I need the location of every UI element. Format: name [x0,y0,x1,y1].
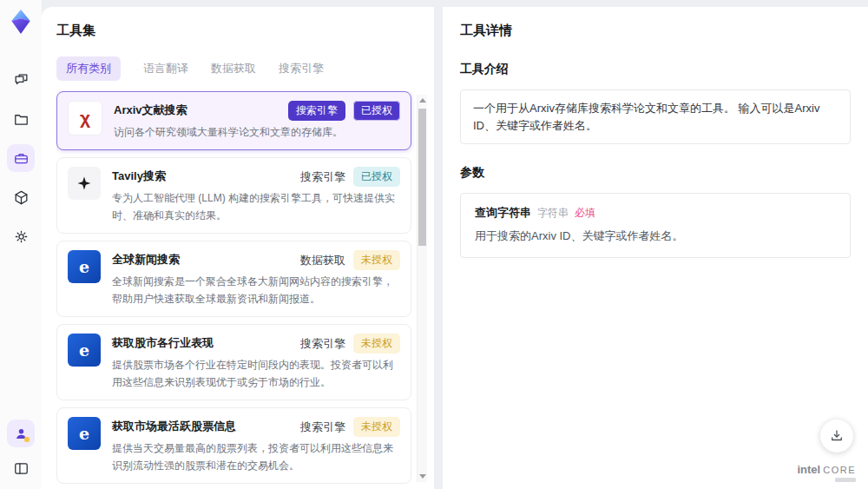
tool-list-pane: 工具集 所有类别 语言翻译 数据获取 搜索引擎 χ Arxiv文献搜索 [42,7,434,489]
tool-description: 提供股票市场各个行业在特定时间段内的表现。投资者可以利用这些信息来识别表现优于或… [112,357,400,391]
tab-search-engine[interactable]: 搜索引擎 [279,56,324,81]
tool-list: χ Arxiv文献搜索 搜索引擎 已授权 访问各个研究领域大量科学论文和文章的存… [56,91,427,489]
auth-status-badge: 已授权 [353,101,400,121]
list-scrollbar[interactable] [417,95,427,482]
arxiv-logo-icon: χ [68,101,102,135]
category-tabs: 所有类别 语言翻译 数据获取 搜索引擎 [56,56,427,81]
icon-sidebar [0,0,42,489]
news-app-icon: e [68,250,101,283]
auth-status-badge: 未授权 [353,417,400,437]
intro-box: 一个用于从Arxiv存储库搜索科学论文和文章的工具。 输入可以是Arxiv ID… [460,89,851,144]
account-badge [24,437,30,442]
chat-icon [13,72,30,89]
params-heading: 参数 [460,165,851,181]
sidebar-item-chat[interactable] [7,66,35,94]
detail-title: 工具详情 [460,23,851,39]
scrollbar-down-arrow-icon[interactable] [419,474,426,479]
brand-underline [835,478,856,482]
sidebar-item-tools[interactable] [7,144,35,172]
sidebar-item-settings[interactable] [7,222,35,250]
param-required-badge: 必填 [575,206,595,221]
page-title: 工具集 [56,23,427,39]
tool-card-global-news[interactable]: e 全球新闻搜索 数据获取 未授权 全球新闻搜索是一个聚合全球各大新闻网站内容的… [56,241,411,317]
tool-title: 获取市场最活跃股票信息 [112,417,236,434]
sidebar-item-collapse[interactable] [7,454,35,482]
sidebar-item-plugins[interactable] [7,183,35,211]
scrollbar-thumb[interactable] [418,109,426,246]
category-badge: 搜索引擎 [288,101,345,121]
brand-core-label: core [823,465,856,475]
auth-status-badge: 已授权 [353,167,400,187]
auth-status-badge: 未授权 [353,334,400,354]
folder-icon [13,111,30,128]
tool-description: 专为人工智能代理 (LLM) 构建的搜索引擎工具，可快速提供实时、准确和真实的结… [112,190,400,224]
param-description: 用于搜索的Arxiv ID、关键字或作者姓名。 [475,228,836,244]
download-icon [829,428,845,444]
tool-description: 全球新闻搜索是一个聚合全球各大新闻网站内容的搜索引擎，帮助用户快速获取全球最新资… [112,274,400,307]
scrollbar-up-arrow-icon[interactable] [419,98,426,102]
stock-app-icon: e [68,417,101,450]
sidebar-item-account[interactable] [7,420,35,447]
param-name: 查询字符串 [475,205,531,221]
cube-icon [13,189,30,206]
param-type: 字符串 [537,206,569,221]
download-button[interactable] [820,420,853,453]
stock-app-icon: e [68,334,101,367]
tavily-star-icon [68,167,101,200]
tool-title: 全球新闻搜索 [112,250,180,268]
category-label: 数据获取 [300,253,345,268]
brand-intel-label: intel [797,463,820,476]
intro-heading: 工具介绍 [460,62,851,77]
app-root: 工具集 所有类别 语言翻译 数据获取 搜索引擎 χ Arxiv文献搜索 [0,0,868,489]
intel-core-logo: intel core [797,463,856,482]
app-logo-icon [8,9,34,35]
category-label: 搜索引擎 [300,336,345,352]
tool-title: Arxiv文献搜索 [114,101,187,118]
panel-toggle-icon [13,460,30,477]
tool-description: 提供当天交易量最高的股票列表，投资者可以利用这些信息来识别流动性强的股票和潜在的… [112,440,400,474]
sidebar-item-files[interactable] [7,105,35,133]
tab-data-fetch[interactable]: 数据获取 [211,56,256,81]
content-stage: 工具集 所有类别 语言翻译 数据获取 搜索引擎 χ Arxiv文献搜索 [42,0,868,489]
pane-divider [434,7,443,489]
tool-card-sector-performance[interactable]: e 获取股市各行业表现 搜索引擎 未授权 提供股票市场各个行业在特定时间段内的表… [56,324,411,400]
tool-card-tavily[interactable]: Tavily搜索 搜索引擎 已授权 专为人工智能代理 (LLM) 构建的搜索引擎… [56,157,411,234]
param-box: 查询字符串 字符串 必填 用于搜索的Arxiv ID、关键字或作者姓名。 [460,193,851,258]
tool-detail-pane: 工具详情 工具介绍 一个用于从Arxiv存储库搜索科学论文和文章的工具。 输入可… [443,7,868,489]
tab-all-categories[interactable]: 所有类别 [56,56,121,81]
tool-title: Tavily搜索 [112,167,166,184]
tab-translation[interactable]: 语言翻译 [143,56,188,81]
category-label: 搜索引擎 [300,169,345,185]
gear-icon [13,228,30,245]
tool-card-arxiv[interactable]: χ Arxiv文献搜索 搜索引擎 已授权 访问各个研究领域大量科学论文和文章的存… [56,91,411,150]
tool-title: 获取股市各行业表现 [112,334,214,351]
tool-card-most-active-stocks[interactable]: e 获取市场最活跃股票信息 搜索引擎 未授权 提供当天交易量最高的股票列表，投资… [56,407,411,484]
sidebar-bottom [7,420,35,482]
category-label: 搜索引擎 [300,420,345,435]
sidebar-nav [7,66,35,250]
auth-status-badge: 未授权 [353,250,400,270]
briefcase-icon [13,150,30,167]
tool-description: 访问各个研究领域大量科学论文和文章的存储库。 [114,124,400,141]
